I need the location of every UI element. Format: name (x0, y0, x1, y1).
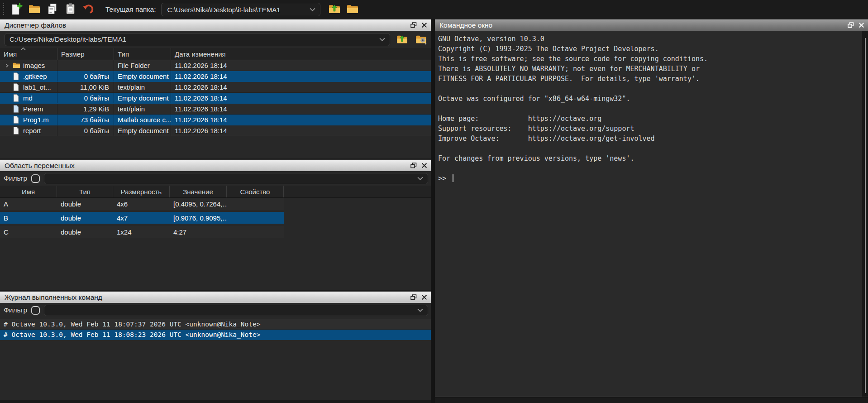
file-name-cell: report (0, 125, 57, 136)
file-row-lab1_ot...[interactable]: lab1_ot...11,00 KiBtext/plain11.02.2026 … (0, 82, 431, 93)
filter-label: Фильтр (4, 306, 27, 314)
scrollbar-thumb[interactable] (865, 38, 866, 393)
command-window-terminal[interactable]: GNU Octave, version 10.3.0 Copyright (C)… (435, 31, 862, 397)
file-browser-panel: Диспетчер файлов C:/Users/Nika/Desktop/i… (0, 19, 431, 158)
undo-button[interactable] (81, 2, 96, 17)
undock-button[interactable] (848, 22, 854, 28)
copy-button[interactable] (45, 2, 60, 17)
file-row-images[interactable]: imagesFile Folder11.02.2026 18:14 (0, 60, 431, 71)
folder-up-button-toolbar[interactable] (327, 2, 342, 17)
close-button[interactable] (858, 22, 864, 28)
variable-row-A[interactable]: Adouble4x6[0.4095, 0.7264,... (0, 198, 431, 210)
file-name: .gitkeep (23, 72, 47, 80)
file-row-md[interactable]: md0 байтыEmpty document11.02.2026 18:14 (0, 93, 431, 104)
column-header-attribute[interactable]: Свойство (227, 186, 284, 197)
column-header-date[interactable]: Дата изменения (171, 48, 431, 60)
file-row-report[interactable]: report0 байтыEmpty document11.02.2026 18… (0, 125, 431, 136)
toolbar-drag-handle[interactable] (3, 3, 4, 16)
file-icon (13, 83, 20, 91)
close-button[interactable] (421, 22, 427, 28)
column-header-value[interactable]: Значение (170, 186, 227, 197)
filter-checkbox[interactable] (31, 306, 40, 315)
filter-combobox[interactable] (44, 305, 428, 316)
file-browser-title: Диспетчер файлов (5, 21, 66, 29)
open-button[interactable] (27, 2, 42, 17)
file-size: 1,29 KiB (57, 104, 114, 114)
filter-checkbox[interactable] (31, 174, 40, 183)
file-size (57, 60, 114, 71)
filter-combobox[interactable] (44, 173, 428, 184)
history-title: Журнал выполненных команд (5, 293, 102, 302)
file-type: text/plain (114, 104, 171, 114)
file-date: 11.02.2026 18:14 (171, 82, 431, 92)
command-window-titlebar[interactable]: Командное окно (435, 19, 868, 31)
new-script-button[interactable] (9, 2, 24, 17)
file-row-Perem[interactable]: Perem1,29 KiBtext/plain11.02.2026 18:14 (0, 104, 431, 115)
chevron-down-icon (310, 8, 315, 11)
current-folder-label: Текущая папка: (105, 5, 156, 14)
folder-up-button[interactable] (395, 33, 409, 46)
variable-dims: 1x24 (113, 226, 170, 238)
undock-button[interactable] (410, 163, 417, 168)
command-output: GNU Octave, version 10.3.0 Copyright (C)… (438, 34, 862, 183)
paste-button[interactable] (63, 2, 78, 17)
file-table-header[interactable]: Имя Размер Тип Дата изменения (0, 48, 431, 60)
file-type: Empty document (114, 125, 171, 136)
column-header-class[interactable]: Тип (57, 186, 113, 197)
folder-icon (13, 62, 20, 69)
open-folder-icon (28, 3, 41, 17)
history-entry-1[interactable]: # Octave 10.3.0, Wed Feb 11 18:08:23 202… (0, 330, 431, 340)
file-date: 11.02.2026 18:14 (171, 71, 431, 82)
undock-button[interactable] (410, 294, 417, 300)
file-type: text/plain (114, 82, 171, 92)
column-header-name[interactable]: Имя (0, 48, 57, 60)
variable-row-B[interactable]: Bdouble4x7[0.9076, 0.9095,... (0, 212, 431, 224)
column-header-dimension[interactable]: Размерность (113, 186, 170, 197)
column-header-filler (284, 186, 431, 197)
workspace-table-header[interactable]: Имя Тип Размерность Значение Свойство (0, 186, 431, 198)
panel-splitter[interactable] (431, 19, 435, 403)
variable-name: C (0, 226, 57, 238)
file-name: Perem (23, 105, 43, 113)
close-button[interactable] (421, 294, 427, 300)
folder-actions-button[interactable] (414, 33, 428, 46)
path-combobox[interactable]: C:/Users/Nika/Desktop/it-labs/TEMA1 (5, 33, 390, 46)
variable-type: double (57, 226, 113, 238)
file-size: 11,00 KiB (57, 82, 114, 92)
browse-folder-button[interactable] (345, 2, 360, 17)
scrollbar-track[interactable] (862, 31, 868, 397)
workspace-titlebar[interactable]: Область переменных (0, 159, 431, 171)
variable-dims: 4x7 (113, 212, 170, 224)
column-header-size[interactable]: Размер (57, 48, 114, 60)
file-size: 0 байты (57, 71, 114, 82)
current-folder-value: C:\Users\Nika\Desktop\it-labs\TEMA1 (167, 6, 280, 14)
file-size: 0 байты (57, 125, 114, 136)
variable-row-C[interactable]: Cdouble1x244:27 (0, 226, 431, 238)
variable-name: A (0, 198, 57, 210)
column-header-name[interactable]: Имя (0, 186, 57, 197)
undock-button[interactable] (410, 22, 417, 28)
command-window-title: Командное окно (439, 21, 492, 29)
file-row-Prog1.m[interactable]: Prog1.m73 байтыMatlab source c...11.02.2… (0, 115, 431, 125)
file-browser-titlebar[interactable]: Диспетчер файлов (0, 19, 431, 31)
variable-value: [0.9076, 0.9095,... (170, 212, 227, 224)
paste-icon (64, 3, 77, 17)
folder-up-icon (328, 3, 341, 17)
history-entry-0[interactable]: # Octave 10.3.0, Wed Feb 11 18:07:37 202… (0, 319, 431, 330)
file-row-.gitkeep[interactable]: .gitkeep0 байтыEmpty document11.02.2026 … (0, 71, 431, 82)
file-name-cell: md (0, 93, 57, 103)
history-titlebar[interactable]: Журнал выполненных команд (0, 291, 431, 303)
expand-icon[interactable] (4, 63, 10, 68)
column-header-type[interactable]: Тип (114, 48, 171, 60)
file-table-body: imagesFile Folder11.02.2026 18:14.gitkee… (0, 60, 431, 136)
sort-indicator-icon (21, 48, 26, 50)
new-script-icon (10, 3, 23, 17)
current-path: C:/Users/Nika/Desktop/it-labs/TEMA1 (10, 35, 126, 43)
current-folder-combobox[interactable]: C:\Users\Nika\Desktop\it-labs\TEMA1 (161, 3, 320, 16)
undock-icon (410, 163, 417, 170)
copy-icon (46, 3, 59, 17)
variable-type: double (57, 212, 113, 224)
close-button[interactable] (421, 163, 427, 168)
history-filter-row: Фильтр (0, 303, 431, 317)
prompt: >> (438, 174, 450, 182)
